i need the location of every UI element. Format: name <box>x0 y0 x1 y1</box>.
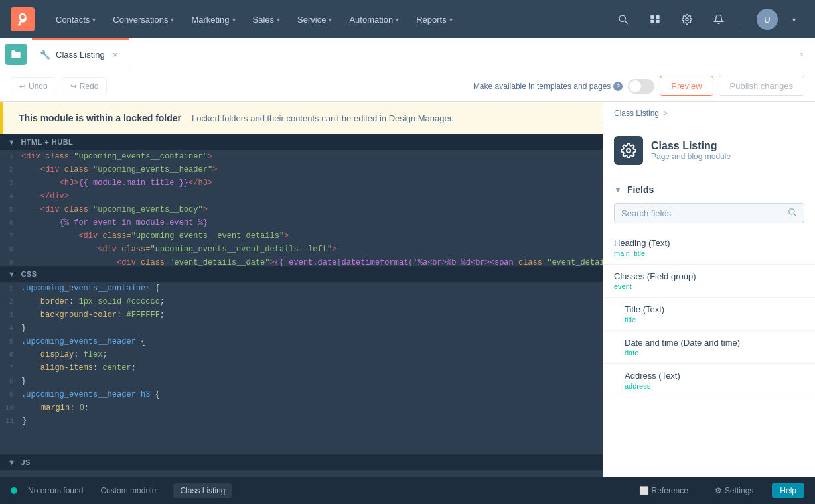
breadcrumb-root[interactable]: Class Listing <box>614 109 659 118</box>
undo-button[interactable]: ↩ Undo <box>11 77 56 95</box>
field-item-classes[interactable]: Classes (Field group) event <box>603 265 815 298</box>
fields-header[interactable]: ▼ Fields <box>603 176 815 203</box>
search-bar <box>603 203 815 231</box>
locked-banner-title: This module is within a locked folder <box>19 113 181 123</box>
css-section-label: CSS <box>21 270 37 278</box>
collapse-icon: ▼ <box>8 458 15 466</box>
field-item-address[interactable]: Address (Text) address <box>603 364 815 397</box>
make-available-label: Make available in templates and pages ? <box>473 82 623 91</box>
svg-point-0 <box>619 15 625 21</box>
redo-button[interactable]: ↪ Redo <box>62 77 108 95</box>
code-line: 2 <div class="upcoming_events__header"> <box>0 163 603 176</box>
nav-divider <box>743 9 743 29</box>
nav-reports[interactable]: Reports ▾ <box>408 9 461 30</box>
js-section-header[interactable]: ▼ JS <box>0 454 603 470</box>
fields-header-text: Fields <box>627 184 654 195</box>
toolbar: ↩ Undo ↪ Redo Make available in template… <box>0 70 815 102</box>
module-icon <box>614 136 643 165</box>
field-item-heading[interactable]: Heading (Text) main_title <box>603 231 815 265</box>
tab-close-button[interactable]: × <box>110 50 121 60</box>
notifications-icon-btn[interactable] <box>708 9 729 30</box>
fields-list: Heading (Text) main_title Classes (Field… <box>603 231 815 477</box>
bottom-tab-custom-module[interactable]: Custom module <box>94 483 163 498</box>
field-key: date <box>625 349 804 357</box>
search-fields-input[interactable] <box>621 208 788 218</box>
tab-overflow-chevron[interactable]: › <box>794 46 810 62</box>
help-button[interactable]: Help <box>772 483 804 498</box>
field-item-title[interactable]: Title (Text) title <box>603 298 815 331</box>
code-line: 1 <div class="upcoming_events__container… <box>0 150 603 163</box>
field-label: Date and time (Date and time) <box>625 338 804 347</box>
settings-button[interactable]: ⚙ Settings <box>707 483 761 498</box>
css-code-editor[interactable]: 1 .upcoming_events__container { 2 border… <box>0 282 603 454</box>
module-subtitle: Page and blog module <box>651 152 731 161</box>
reference-button[interactable]: ⬜ Reference <box>631 483 696 498</box>
search-icon[interactable] <box>788 208 797 219</box>
code-line: 3 background-color: #FFFFFF; <box>0 308 603 322</box>
svg-line-9 <box>794 214 796 216</box>
info-icon[interactable]: ? <box>613 82 623 91</box>
folder-icon-btn[interactable] <box>5 44 27 65</box>
html-section-header[interactable]: ▼ HTML + HUBL <box>0 134 603 150</box>
html-code-editor[interactable]: 1 <div class="upcoming_events__container… <box>0 150 603 266</box>
settings-icon-btn[interactable] <box>676 9 698 30</box>
nav-right-icons: U ▾ <box>613 9 804 30</box>
user-avatar[interactable]: U <box>757 9 778 30</box>
css-section-header[interactable]: ▼ CSS <box>0 266 603 282</box>
code-line: 9 .upcoming_events__header h3 { <box>0 388 603 401</box>
breadcrumb: Class Listing > <box>603 102 815 125</box>
code-line: 8 } <box>0 375 603 388</box>
settings-icon: ⚙ <box>715 486 722 495</box>
svg-point-6 <box>686 18 688 21</box>
locked-banner: This module is within a locked folder Lo… <box>0 102 603 134</box>
code-line: 11 } <box>0 414 603 428</box>
make-available-toggle[interactable] <box>628 79 654 94</box>
search-icon-btn[interactable] <box>613 9 634 30</box>
field-label: Heading (Text) <box>614 238 804 248</box>
field-key: event <box>614 283 804 290</box>
code-line: 7 <div class="upcoming_events__event_det… <box>0 229 603 243</box>
svg-rect-3 <box>656 15 659 19</box>
nav-conversations[interactable]: Conversations ▾ <box>105 9 182 30</box>
field-key: title <box>625 316 804 324</box>
fields-section: ▼ Fields Heading (Text) main_title Class… <box>603 176 815 477</box>
nav-service[interactable]: Service ▾ <box>289 9 340 30</box>
field-item-date[interactable]: Date and time (Date and time) date <box>603 331 815 364</box>
nav-sales[interactable]: Sales ▾ <box>245 9 289 30</box>
reference-icon: ⬜ <box>639 486 649 495</box>
marketplace-icon-btn[interactable] <box>644 9 666 30</box>
field-label: Address (Text) <box>625 371 804 381</box>
chevron-down-icon: ▾ <box>232 16 236 23</box>
chevron-down-icon: ▾ <box>277 16 280 23</box>
svg-rect-5 <box>656 20 659 23</box>
publish-button[interactable]: Publish changes <box>719 76 804 96</box>
field-label: Classes (Field group) <box>614 271 804 281</box>
redo-icon: ↪ <box>70 82 77 91</box>
bottom-tab-class-listing[interactable]: Class Listing <box>173 483 232 498</box>
preview-button[interactable]: Preview <box>660 76 713 96</box>
status-dot-icon <box>11 487 17 494</box>
nav-contacts[interactable]: Contacts ▾ <box>48 9 104 30</box>
search-input-wrap <box>614 203 804 223</box>
hubspot-logo[interactable] <box>11 7 35 31</box>
field-key: main_title <box>614 249 804 257</box>
status-text: No errors found <box>28 486 83 495</box>
chevron-down-icon: ▾ <box>449 16 453 23</box>
code-line: 5 <div class="upcoming_events__body"> <box>0 203 603 216</box>
nav-marketing[interactable]: Marketing ▾ <box>183 9 243 30</box>
editor-panel: This module is within a locked folder Lo… <box>0 102 603 477</box>
top-navigation: Contacts ▾ Conversations ▾ Marketing ▾ S… <box>0 0 815 38</box>
svg-point-8 <box>789 209 794 214</box>
nav-automation[interactable]: Automation ▾ <box>341 9 407 30</box>
chevron-down-icon: ▾ <box>329 16 332 23</box>
avatar-chevron-icon[interactable]: ▾ <box>783 9 804 30</box>
code-line: 9 <div class="event_details__date">{{ ev… <box>0 256 603 266</box>
collapse-icon: ▼ <box>8 138 15 146</box>
field-key: address <box>625 382 804 390</box>
code-line: 5 .upcoming_events__header { <box>0 335 603 348</box>
main-layout: This module is within a locked folder Lo… <box>0 102 815 477</box>
code-line: 6 display: flex; <box>0 348 603 361</box>
tab-bar: 🔧 Class Listing × › <box>0 38 815 70</box>
tab-class-listing[interactable]: 🔧 Class Listing × <box>32 38 129 70</box>
chevron-down-icon: ▾ <box>396 16 399 23</box>
